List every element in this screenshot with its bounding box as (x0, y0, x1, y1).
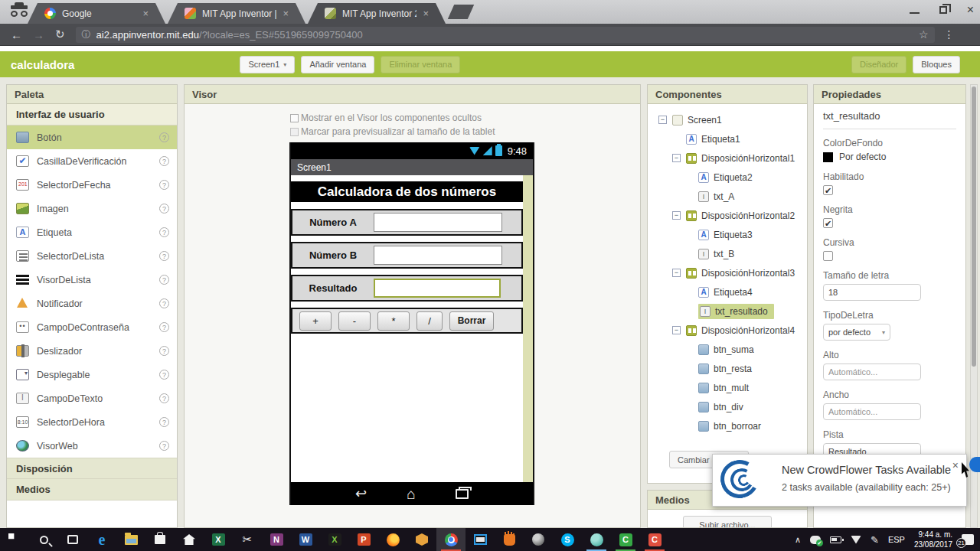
taskbar-powerpoint[interactable]: P (349, 528, 378, 551)
help-icon[interactable]: ? (159, 370, 169, 380)
help-icon[interactable]: ? (159, 417, 169, 427)
help-icon[interactable]: ? (159, 227, 169, 237)
tree-item-etiqueta1[interactable]: Etiqueta1 (648, 129, 807, 148)
crowdflower-notification[interactable]: New CrowdFlower Tasks Available 2 tasks … (712, 454, 967, 507)
palette-item-deslizador[interactable]: Deslizador ? (7, 339, 177, 363)
enabled-checkbox[interactable] (823, 185, 833, 195)
notification-close-icon[interactable]: × (952, 459, 959, 471)
taskbar-search[interactable] (29, 528, 58, 551)
add-screen-button[interactable]: Añadir ventana (301, 56, 374, 73)
collapse-icon[interactable]: − (672, 211, 681, 220)
app-title-banner[interactable]: Calculadora de dos números (291, 181, 523, 202)
window-restore-button[interactable] (939, 6, 947, 14)
tab-close-icon[interactable]: × (283, 8, 289, 19)
scrollbar-thumb[interactable] (972, 86, 976, 367)
div-button[interactable]: / (416, 311, 443, 331)
tab-google[interactable]: Google × (28, 3, 165, 24)
tray-pen-icon[interactable]: ✎ (871, 534, 879, 546)
width-input[interactable] (823, 403, 921, 420)
tree-item-txt-resultado-selected[interactable]: txt_resultado (648, 302, 807, 321)
fontsize-input[interactable] (823, 284, 921, 301)
tree-item-btn-resta[interactable]: btn_resta (648, 359, 807, 378)
italic-checkbox[interactable] (823, 251, 833, 261)
palette-item-campodetexto[interactable]: CampoDeTexto ? (7, 386, 177, 410)
tree-item-btn-mult[interactable]: btn_mult (648, 378, 807, 397)
palette-item-desplegable[interactable]: Desplegable ? (7, 363, 177, 386)
taskbar-camtasia-green[interactable]: C (611, 528, 640, 551)
palette-item-etiqueta[interactable]: Etiqueta ? (7, 220, 177, 244)
screen-selector-button[interactable]: Screen1 ▾ (240, 56, 295, 73)
bookmark-star-icon[interactable]: ☆ (919, 28, 929, 41)
browser-menu-icon[interactable]: ⋮ (944, 28, 955, 41)
tree-item-disposicionhorizontal2[interactable]: − DisposiciónHorizontal2 (648, 206, 807, 225)
tray-chevron-up-icon[interactable]: ∧ (795, 535, 801, 545)
palette-item-selectordelista[interactable]: SelectorDeLista ? (7, 244, 177, 268)
operations-row[interactable]: + - * / Borrar (291, 308, 523, 334)
help-icon[interactable]: ? (159, 275, 169, 285)
numero-b-input[interactable] (374, 246, 502, 265)
taskbar-camtasia-red[interactable]: C (640, 528, 669, 551)
tablet-preview-checkbox[interactable] (290, 128, 299, 136)
palette-item-imagen[interactable]: Imagen ? (7, 197, 177, 220)
language-indicator[interactable]: ESP (888, 535, 905, 544)
resta-button[interactable]: - (338, 311, 371, 331)
tree-item-disposicionhorizontal1[interactable]: − DisposiciónHorizontal1 (648, 148, 807, 168)
taskbar-word[interactable]: W (291, 528, 320, 551)
tree-item-disposicionhorizontal3[interactable]: − DisposiciónHorizontal3 (648, 263, 807, 282)
bold-checkbox[interactable] (823, 218, 833, 228)
tree-item-etiqueta2[interactable]: Etiqueta2 (648, 168, 807, 187)
mult-button[interactable]: * (377, 311, 410, 331)
resultado-label[interactable]: Resultado (292, 282, 374, 294)
taskbar-movie-app[interactable] (466, 528, 495, 551)
reload-icon[interactable]: ↻ (55, 28, 65, 41)
window-close-button[interactable]: × (967, 4, 974, 16)
help-icon[interactable]: ? (159, 204, 169, 214)
taskbar-snipping-tool[interactable]: ✂ (233, 528, 262, 551)
bgcolor-value-row[interactable]: Por defecto (823, 152, 956, 162)
numero-b-label[interactable]: Número B (292, 249, 374, 261)
tray-battery-icon[interactable] (830, 536, 841, 543)
tab-close-icon[interactable]: × (423, 8, 429, 19)
borrar-button[interactable]: Borrar (449, 311, 494, 331)
taskbar-ball-app[interactable] (582, 528, 611, 551)
tray-wifi-icon[interactable] (851, 536, 861, 544)
palette-item-visordelista[interactable]: VisorDeLista ? (7, 268, 177, 292)
suma-button[interactable]: + (299, 311, 332, 331)
upload-file-button[interactable]: Subir archivo... (683, 516, 772, 528)
tree-item-btn-suma[interactable]: btn_suma (648, 340, 807, 359)
help-icon[interactable]: ? (159, 322, 169, 332)
tree-item-btn-borroar[interactable]: btn_borroar (648, 416, 807, 435)
clock[interactable]: 9:44 a. m. 23/08/2017 (914, 530, 952, 550)
page-info-icon[interactable]: ⓘ (82, 28, 91, 41)
fonttype-select[interactable]: por defecto ▾ (823, 324, 890, 341)
help-icon[interactable]: ? (159, 393, 169, 403)
height-input[interactable] (823, 364, 921, 380)
tab-appinventor2-active[interactable]: MIT App Inventor 2 × (308, 3, 446, 24)
tree-item-etiqueta4[interactable]: Etiqueta4 (648, 282, 807, 302)
palette-section-disposicion[interactable]: Disposición (7, 458, 177, 479)
phone-screen-content[interactable]: Calculadora de dos números Número A Núme… (291, 175, 533, 482)
tree-item-disposicionhorizontal4[interactable]: − DisposiciónHorizontal4 (648, 321, 807, 340)
palette-section-ui[interactable]: Interfaz de usuario (7, 104, 177, 126)
resultado-input-selected[interactable] (374, 279, 501, 298)
palette-item-campodecontrasena[interactable]: CampoDeContraseña ? (7, 315, 177, 339)
tree-item-btn-div[interactable]: btn_div (648, 397, 807, 416)
help-icon[interactable]: ? (159, 156, 169, 166)
taskbar-chrome-active[interactable] (436, 528, 466, 551)
palette-item-boton[interactable]: Botón ? (7, 126, 177, 149)
show-hidden-checkbox[interactable] (290, 114, 299, 122)
blocks-button[interactable]: Bloques (913, 56, 960, 73)
palette-section-medios[interactable]: Medios (7, 479, 177, 500)
window-minimize-button[interactable] (910, 12, 920, 14)
help-icon[interactable]: ? (159, 346, 169, 356)
help-icon[interactable]: ? (159, 298, 169, 308)
color-swatch[interactable] (823, 152, 833, 162)
new-tab-button[interactable] (448, 5, 474, 19)
forward-icon[interactable]: → (33, 28, 44, 41)
tree-item-etiqueta3[interactable]: Etiqueta3 (648, 225, 807, 244)
resultado-row[interactable]: Resultado (291, 275, 523, 302)
tree-item-txt-a[interactable]: txt_A (648, 187, 807, 206)
palette-item-visorweb[interactable]: VisorWeb ? (7, 434, 177, 458)
taskbar-hand-app[interactable] (495, 528, 524, 551)
tree-item-screen1[interactable]: − Screen1 (648, 110, 807, 129)
